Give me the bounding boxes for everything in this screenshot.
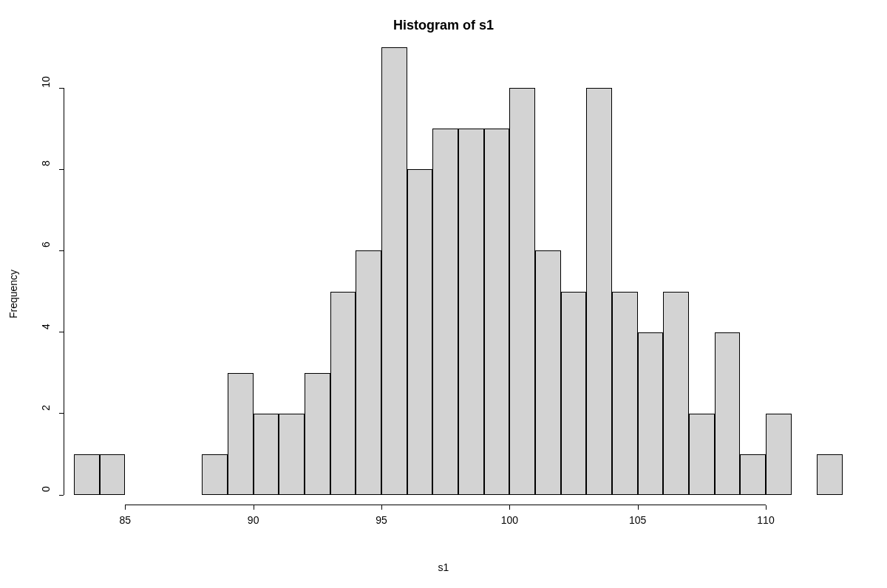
- histogram-bar: [330, 292, 356, 496]
- histogram-bar: [561, 292, 587, 496]
- histogram-bar: [432, 129, 458, 495]
- chart-title: Histogram of s1: [0, 18, 887, 33]
- bars-container: [74, 66, 843, 495]
- histogram-bar: [715, 332, 741, 495]
- x-tick-label: 110: [757, 514, 774, 526]
- histogram-bar: [484, 129, 510, 495]
- histogram-bar: [509, 88, 535, 495]
- histogram-bar: [407, 169, 433, 495]
- y-tick-label: 4: [40, 324, 52, 329]
- histogram-bar: [356, 250, 381, 495]
- y-tick-label: 10: [40, 76, 52, 88]
- histogram-bar: [202, 454, 228, 495]
- x-axis-label: s1: [0, 561, 887, 573]
- y-tick-label: 0: [40, 486, 52, 492]
- histogram-bar: [381, 47, 407, 495]
- y-axis-label: Frequency: [7, 270, 19, 318]
- x-tick-label: 90: [248, 514, 259, 526]
- histogram-bar: [254, 414, 279, 495]
- histogram-bar: [535, 250, 561, 495]
- y-tick-label: 8: [40, 160, 52, 166]
- x-tick-label: 95: [375, 514, 387, 526]
- histogram-bar: [638, 332, 664, 495]
- histogram-bar: [612, 292, 638, 496]
- histogram-bar: [74, 454, 100, 495]
- histogram-bar: [228, 373, 254, 495]
- histogram-bar: [279, 414, 305, 495]
- y-tick-label: 6: [40, 242, 52, 248]
- histogram-bar: [663, 292, 689, 496]
- histogram-bar: [817, 454, 843, 495]
- plot-area: 0246810 859095100105110: [74, 66, 843, 495]
- histogram-bar: [458, 129, 484, 495]
- histogram-chart: Histogram of s1 Frequency s1 0246810 859…: [0, 0, 887, 588]
- x-tick-label: 105: [629, 514, 646, 526]
- y-tick-label: 2: [40, 405, 52, 411]
- histogram-bar: [305, 373, 330, 495]
- x-tick-label: 85: [120, 514, 132, 526]
- histogram-bar: [689, 414, 715, 495]
- histogram-bar: [740, 454, 766, 495]
- x-tick-label: 100: [501, 514, 518, 526]
- histogram-bar: [586, 88, 612, 495]
- histogram-bar: [100, 454, 126, 495]
- histogram-bar: [766, 414, 792, 495]
